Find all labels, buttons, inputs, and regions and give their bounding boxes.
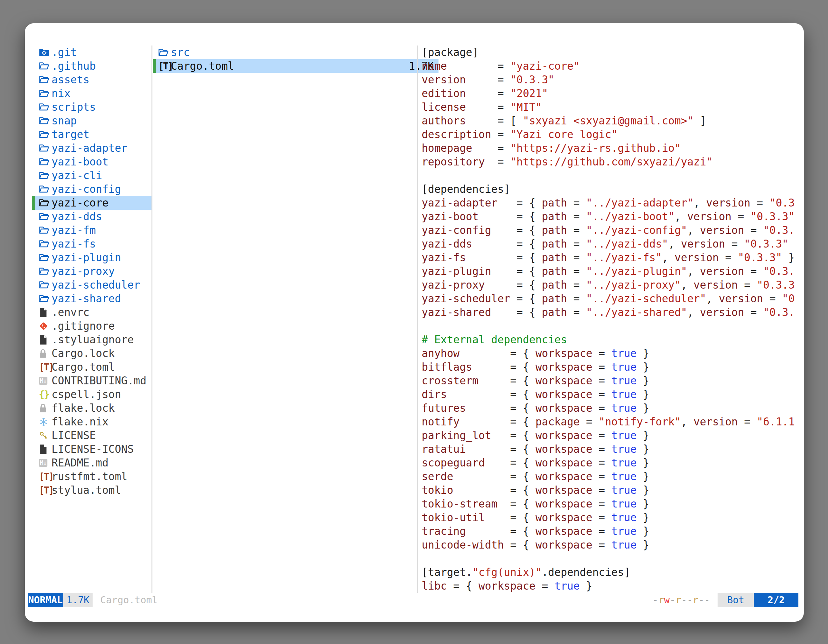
syntax-segment: path bbox=[542, 251, 567, 264]
preview-code-line: name = "yazi-core" bbox=[422, 59, 799, 73]
dir-entry[interactable]: assets bbox=[32, 73, 152, 86]
folder-icon bbox=[39, 253, 51, 262]
dir-entry[interactable]: yazi-adapter bbox=[32, 141, 152, 155]
dir-entry[interactable]: nix bbox=[32, 86, 152, 100]
file-entry[interactable]: [T]Cargo.toml bbox=[32, 360, 152, 374]
dir-entry[interactable]: snap bbox=[32, 114, 152, 128]
file-icon bbox=[39, 444, 51, 454]
dir-entry[interactable]: target bbox=[32, 128, 152, 141]
file-entry[interactable]: flake.nix bbox=[32, 415, 152, 429]
syntax-segment: tokio-stream bbox=[422, 498, 497, 510]
syntax-segment: workspace bbox=[536, 388, 593, 401]
file-entry[interactable]: .envrc bbox=[32, 306, 152, 319]
syntax-segment: = { bbox=[466, 402, 536, 414]
folder-icon bbox=[39, 267, 51, 276]
syntax-segment: "notify-fork" bbox=[599, 415, 681, 428]
syntax-segment: tokio bbox=[422, 484, 453, 497]
syntax-segment: , bbox=[668, 238, 681, 250]
folder-icon bbox=[39, 144, 51, 153]
syntax-segment: = bbox=[592, 374, 611, 387]
entry-label: yazi-dds bbox=[52, 210, 102, 223]
git-folder-icon bbox=[39, 48, 51, 57]
syntax-segment: = bbox=[567, 265, 586, 277]
syntax-segment: = bbox=[592, 470, 611, 483]
folder-icon bbox=[39, 116, 51, 125]
syntax-segment: } bbox=[637, 498, 649, 510]
file-entry[interactable]: [T]rustfmt.toml bbox=[32, 470, 152, 483]
syntax-segment: yazi-dds bbox=[422, 238, 472, 250]
syntax-segment: true bbox=[611, 388, 637, 401]
syntax-segment: name bbox=[422, 60, 447, 72]
syntax-segment: = bbox=[466, 74, 510, 86]
dir-entry[interactable]: yazi-config bbox=[32, 182, 152, 196]
syntax-segment: = bbox=[567, 197, 586, 209]
dir-entry[interactable]: scripts bbox=[32, 100, 152, 114]
current-directory-pane[interactable]: src[T]Cargo.toml1.7K bbox=[153, 45, 439, 73]
dir-entry[interactable]: yazi-fm bbox=[32, 223, 152, 237]
syntax-segment: = bbox=[580, 415, 599, 428]
permission-segment: -- bbox=[698, 594, 710, 605]
dir-entry[interactable]: yazi-core bbox=[32, 196, 152, 210]
syntax-segment: ratatui bbox=[422, 443, 466, 455]
entry-label: cspell.json bbox=[52, 388, 121, 401]
syntax-segment: yazi-plugin bbox=[422, 265, 491, 277]
syntax-segment: "0.3.3" bbox=[510, 74, 554, 86]
file-icon bbox=[39, 307, 51, 318]
parent-directory-pane[interactable]: .git.githubassetsnixscriptssnaptargetyaz… bbox=[32, 45, 152, 497]
file-entry[interactable]: M↓README.md bbox=[32, 456, 152, 470]
dir-entry[interactable]: yazi-cli bbox=[32, 169, 152, 182]
file-entry[interactable]: M↓CONTRIBUTING.md bbox=[32, 374, 152, 387]
dir-entry[interactable]: yazi-dds bbox=[32, 210, 152, 223]
syntax-segment: "0.3. bbox=[763, 306, 795, 318]
syntax-segment: } bbox=[637, 443, 649, 455]
pane-divider bbox=[152, 45, 152, 593]
permission-segment: r bbox=[693, 594, 698, 605]
dir-entry[interactable]: yazi-proxy bbox=[32, 265, 152, 278]
markdown-icon: M↓ bbox=[39, 459, 51, 467]
syntax-segment: "../yazi-boot" bbox=[586, 210, 674, 223]
syntax-segment: workspace bbox=[536, 374, 593, 387]
syntax-segment: = { bbox=[485, 511, 536, 524]
syntax-segment: homepage bbox=[422, 142, 472, 154]
file-entry[interactable]: .gitignore bbox=[32, 319, 152, 333]
dir-entry[interactable]: .github bbox=[32, 59, 152, 73]
dir-entry[interactable]: yazi-plugin bbox=[32, 251, 152, 265]
dir-entry[interactable]: yazi-boot bbox=[32, 155, 152, 169]
dir-entry[interactable]: yazi-fs bbox=[32, 237, 152, 251]
preview-code-line: authors = [ "sxyazi <sxyazi@gmail.com>" … bbox=[422, 114, 799, 128]
lock-icon bbox=[39, 403, 51, 413]
syntax-segment: = { bbox=[459, 347, 535, 360]
dir-entry[interactable]: .git bbox=[32, 45, 152, 59]
dir-entry[interactable]: yazi-scheduler bbox=[32, 278, 152, 292]
syntax-segment: yazi-boot bbox=[422, 210, 478, 223]
dir-entry[interactable]: yazi-shared bbox=[32, 292, 152, 306]
file-entry[interactable]: LICENSE bbox=[32, 429, 152, 442]
file-entry[interactable]: [T]stylua.toml bbox=[32, 483, 152, 497]
file-entry[interactable]: Cargo.lock bbox=[32, 346, 152, 360]
file-entry[interactable]: .styluaignore bbox=[32, 333, 152, 346]
file-entry[interactable]: [T]Cargo.toml1.7K bbox=[153, 59, 439, 73]
syntax-segment: yazi-adapter bbox=[422, 197, 497, 209]
file-entry[interactable]: {}cspell.json bbox=[32, 387, 152, 401]
syntax-segment: = bbox=[592, 539, 611, 551]
toml-icon: [T] bbox=[39, 484, 51, 496]
dir-entry[interactable]: src bbox=[153, 45, 439, 59]
file-entry[interactable]: LICENSE-ICONS bbox=[32, 442, 152, 456]
syntax-segment: = bbox=[536, 580, 555, 592]
preview-code-line: yazi-adapter = { path = "../yazi-adapter… bbox=[422, 196, 799, 210]
file-entry[interactable]: flake.lock bbox=[32, 401, 152, 415]
preview-code-line: yazi-boot = { path = "../yazi-boot", ver… bbox=[422, 210, 799, 223]
syntax-segment: = { bbox=[491, 429, 536, 442]
syntax-segment: workspace bbox=[536, 429, 593, 442]
preview-code-line: futures = { workspace = true } bbox=[422, 401, 799, 415]
syntax-segment: "../yazi-dds" bbox=[586, 238, 668, 250]
json-icon: {} bbox=[39, 389, 51, 400]
status-filename: Cargo.toml bbox=[100, 593, 158, 607]
syntax-segment: true bbox=[611, 457, 637, 469]
syntax-segment: = bbox=[719, 251, 738, 264]
preview-code-line: tokio-stream = { workspace = true } bbox=[422, 497, 799, 511]
syntax-segment: tokio-util bbox=[422, 511, 485, 524]
syntax-segment: version bbox=[687, 210, 732, 223]
file-preview-pane[interactable]: [package]name = "yazi-core"version = "0.… bbox=[422, 45, 799, 593]
syntax-segment: true bbox=[611, 511, 637, 524]
